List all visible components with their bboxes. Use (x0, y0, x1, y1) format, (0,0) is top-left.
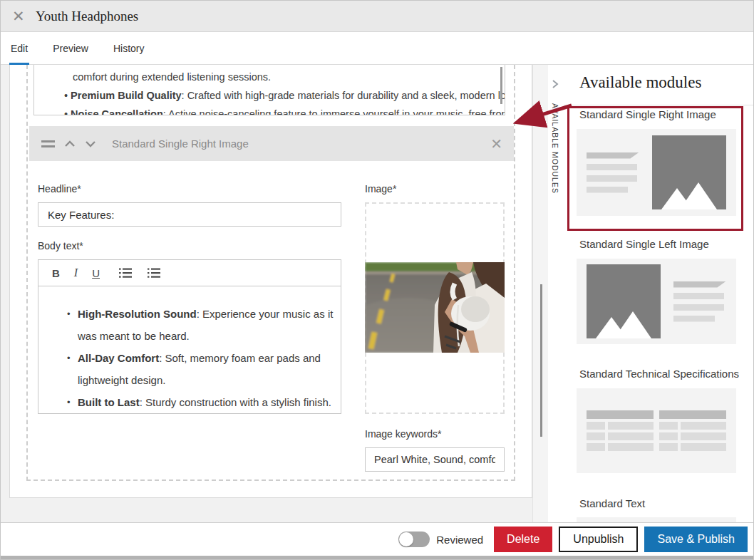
module-card-thumbnail-left-image[interactable] (577, 259, 736, 344)
sidebar-title: Available modules (579, 73, 701, 92)
image-keywords-label: Image keywords* (365, 428, 441, 440)
module-card-thumbnail-right-image[interactable] (577, 129, 736, 216)
reviewed-label: Reviewed (436, 534, 483, 546)
image-keywords-input[interactable] (365, 447, 505, 472)
ordered-list-icon[interactable] (118, 267, 133, 279)
richtext-toolbar: B I U (38, 259, 341, 286)
body-bullet: High-Resolution Sound: Experience your m… (67, 303, 334, 347)
image-label: Image* (365, 183, 396, 195)
underline-icon[interactable]: U (92, 267, 100, 279)
unpublish-button[interactable]: Unpublish (559, 527, 638, 552)
window-bottom-edge (1, 556, 754, 560)
module-card-title[interactable]: Standard Technical Specifications (579, 368, 739, 380)
body-text-label: Body text* (38, 240, 83, 252)
divider (564, 105, 754, 105)
close-icon[interactable]: ✕ (12, 10, 25, 23)
italic-icon[interactable]: I (74, 266, 78, 279)
page-title: Youth Headphones (36, 9, 138, 24)
module-header: Standard Single Right Image ✕ (29, 126, 514, 161)
window-header: ✕ Youth Headphones (1, 1, 754, 32)
module-card-thumbnail-text[interactable] (577, 517, 736, 522)
module-card-title[interactable]: Standard Single Left Image (579, 238, 709, 250)
tab-history[interactable]: History (112, 32, 146, 65)
vertical-scrollbar[interactable] (540, 284, 542, 437)
image-placeholder-icon (587, 264, 661, 338)
collapse-chevron-icon[interactable] (550, 79, 560, 92)
module-card-title[interactable]: Standard Single Right Image (579, 108, 716, 120)
bold-icon[interactable]: B (52, 267, 60, 279)
module-card-thumbnail-table[interactable] (577, 388, 736, 473)
toggle-knob (399, 532, 413, 546)
module-remove-icon[interactable]: ✕ (490, 135, 502, 152)
sidebar-collapse-strip: AVAILABLE MODULES (548, 65, 564, 522)
module-card-title[interactable]: Standard Text (579, 497, 645, 509)
headline-label: Headline* (38, 183, 81, 195)
image-placeholder-icon (652, 135, 726, 209)
cms-editor-window: ✕ Youth Headphones Edit Preview History … (0, 0, 754, 560)
save-publish-button[interactable]: Save & Publish (644, 527, 748, 552)
unordered-list-icon[interactable] (147, 267, 161, 279)
reviewed-toggle[interactable] (398, 532, 430, 547)
module-title: Standard Single Right Image (112, 138, 249, 150)
module-image-preview[interactable] (365, 262, 505, 353)
body-bullet: Built to Last: Sturdy construction with … (67, 391, 334, 413)
available-modules-panel: Available modules Standard Single Right … (564, 65, 754, 522)
headline-input[interactable] (38, 202, 341, 227)
collapse-strip-label[interactable]: AVAILABLE MODULES (551, 103, 559, 194)
body-bullet: All-Day Comfort: Soft, memory foam ear p… (67, 347, 334, 391)
tab-edit[interactable]: Edit (9, 32, 29, 65)
delete-button[interactable]: Delete (494, 527, 552, 552)
move-up-icon[interactable] (64, 140, 76, 148)
tab-bar: Edit Preview History (1, 32, 754, 65)
tab-preview[interactable]: Preview (51, 32, 90, 65)
action-bar: Reviewed Delete Unpublish Save & Publish (1, 522, 754, 556)
richtext-content[interactable]: High-Resolution Sound: Experience your m… (38, 286, 341, 414)
move-down-icon[interactable] (85, 140, 96, 148)
drag-handle-icon[interactable] (41, 140, 55, 147)
